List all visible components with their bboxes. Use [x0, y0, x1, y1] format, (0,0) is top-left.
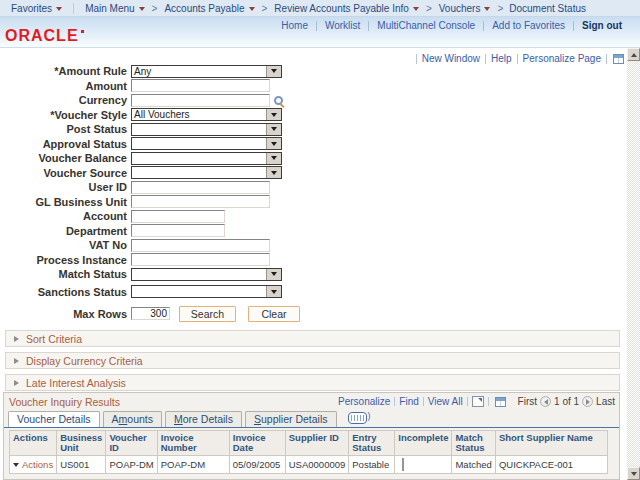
- lookup-magnifier-icon[interactable]: [272, 94, 285, 107]
- oracle-logo: ORACLE: [5, 29, 84, 43]
- search-button[interactable]: Search: [179, 306, 236, 322]
- chevron-down-icon: [413, 7, 419, 11]
- dropdown-arrow-icon[interactable]: [266, 66, 281, 77]
- max-rows-input[interactable]: [131, 307, 170, 320]
- voucher-inquiry-results: Voucher Inquiry Results Personalize Find…: [3, 392, 620, 480]
- voucher-style-select[interactable]: All Vouchers: [131, 108, 282, 121]
- dropdown-arrow-icon[interactable]: [266, 124, 281, 135]
- vat-no-input[interactable]: [131, 239, 270, 252]
- tab-supplier-details[interactable]: Supplier Details: [245, 411, 337, 427]
- next-row-icon[interactable]: [582, 396, 593, 407]
- process-instance-input[interactable]: [131, 253, 270, 266]
- dropdown-arrow-icon[interactable]: [266, 153, 281, 164]
- cell-invoice-number: POAP-DM: [157, 456, 229, 474]
- account-input[interactable]: [131, 210, 225, 223]
- match-status-label: Match Status: [0, 268, 131, 280]
- tab-more-details[interactable]: More Details: [165, 411, 242, 427]
- results-title: Voucher Inquiry Results: [9, 396, 120, 408]
- approval-status-select[interactable]: [131, 137, 282, 150]
- currency-label: Currency: [0, 94, 131, 106]
- breadcrumb-accounts-payable[interactable]: Accounts Payable: [159, 3, 259, 14]
- breadcrumb-separator: >: [262, 3, 268, 14]
- department-input[interactable]: [131, 224, 225, 237]
- view-all-link[interactable]: View All: [424, 396, 467, 407]
- zoom-popup-icon[interactable]: [472, 396, 484, 407]
- scroll-up-icon[interactable]: [627, 48, 640, 61]
- personalize-page-link[interactable]: Personalize Page: [518, 53, 606, 64]
- currency-input[interactable]: [131, 94, 270, 107]
- scroll-down-icon[interactable]: [627, 467, 640, 480]
- cell-supplier-id: USA0000009: [285, 456, 349, 474]
- search-form: *Amount Rule Any Amount Currency *Vouche…: [0, 64, 300, 322]
- download-grid-icon[interactable]: [495, 397, 506, 407]
- approval-status-label: Approval Status: [0, 138, 131, 150]
- page-links: New Window Help Personalize Page: [416, 53, 624, 64]
- pager: First 1 of 1 Last: [518, 396, 615, 407]
- sanctions-status-select[interactable]: [131, 285, 282, 298]
- divider: [467, 397, 468, 406]
- section-sort-criteria[interactable]: Sort Criteria: [5, 330, 620, 347]
- multichannel-console-link[interactable]: MultiChannel Console: [369, 20, 483, 31]
- add-to-favorites-link[interactable]: Add to Favorites: [484, 20, 573, 31]
- find-link[interactable]: Find: [395, 396, 422, 407]
- gl-business-unit-input[interactable]: [131, 195, 270, 208]
- voucher-source-select[interactable]: [131, 166, 282, 179]
- max-rows-label: Max Rows: [0, 308, 131, 320]
- home-link[interactable]: Home: [273, 20, 316, 31]
- amount-rule-select[interactable]: Any: [131, 65, 282, 78]
- pager-first-label: First: [518, 396, 537, 407]
- row-actions-menu[interactable]: Actions: [13, 459, 53, 470]
- cell-business-unit: US001: [57, 456, 106, 474]
- col-invoice-date: Invoice Date: [229, 431, 285, 456]
- vertical-scrollbar[interactable]: [627, 48, 640, 480]
- chevron-down-icon: [249, 7, 255, 11]
- clear-button[interactable]: Clear: [248, 306, 300, 322]
- divider: [0, 47, 640, 48]
- show-all-columns-icon[interactable]: [348, 412, 367, 424]
- user-id-input[interactable]: [131, 181, 270, 194]
- tab-amounts[interactable]: Amounts: [103, 411, 162, 427]
- new-window-link[interactable]: New Window: [417, 53, 485, 64]
- breadcrumb-current: Document Status: [505, 3, 590, 14]
- match-status-select[interactable]: [131, 268, 282, 281]
- chevron-down-icon: [56, 7, 62, 11]
- favorites-label: Favorites: [11, 3, 52, 14]
- dropdown-arrow-icon[interactable]: [266, 167, 281, 178]
- dropdown-arrow-icon[interactable]: [266, 269, 281, 280]
- main-menu-label: Main Menu: [85, 3, 134, 14]
- dropdown-arrow-icon[interactable]: [266, 109, 281, 120]
- gl-business-unit-label: GL Business Unit: [0, 196, 131, 208]
- col-voucher-id: Voucher ID: [106, 431, 157, 456]
- incomplete-checkbox: [402, 458, 404, 471]
- account-label: Account: [0, 210, 131, 222]
- section-display-currency-criteria[interactable]: Display Currency Criteria: [5, 352, 620, 369]
- voucher-balance-select[interactable]: [131, 152, 282, 165]
- sign-out-link[interactable]: Sign out: [574, 20, 630, 31]
- worklist-link[interactable]: Worklist: [317, 20, 368, 31]
- chevron-down-icon: [13, 463, 19, 467]
- main-menu[interactable]: Main Menu: [80, 3, 149, 14]
- breadcrumb-separator: >: [497, 3, 503, 14]
- header-links: Home Worklist MultiChannel Console Add t…: [273, 20, 630, 31]
- breadcrumb-vouchers[interactable]: Vouchers: [434, 3, 496, 14]
- dropdown-arrow-icon[interactable]: [266, 286, 281, 297]
- breadcrumb-review-ap-info[interactable]: Review Accounts Payable Info: [269, 3, 424, 14]
- breadcrumb: Favorites Main Menu > Accounts Payable >…: [0, 0, 640, 17]
- help-link[interactable]: Help: [486, 53, 517, 64]
- cell-match-status: Matched: [452, 456, 495, 474]
- amount-rule-label: *Amount Rule: [0, 65, 131, 77]
- section-late-interest-analysis[interactable]: Late Interest Analysis: [5, 374, 620, 391]
- results-table: Actions Business Unit Voucher ID Invoice…: [9, 430, 608, 474]
- dropdown-arrow-icon[interactable]: [266, 138, 281, 149]
- tab-voucher-details[interactable]: Voucher Details: [8, 411, 100, 427]
- col-actions: Actions: [10, 431, 57, 456]
- table-row: Actions US001 POAP-DM POAP-DM 05/09/2005…: [10, 456, 608, 474]
- post-status-select[interactable]: [131, 123, 282, 136]
- personalize-layout-icon[interactable]: [613, 54, 624, 64]
- amount-input[interactable]: [131, 79, 270, 92]
- previous-row-icon[interactable]: [540, 396, 551, 407]
- document-status-page: Favorites Main Menu > Accounts Payable >…: [0, 0, 640, 480]
- personalize-link[interactable]: Personalize: [334, 396, 394, 407]
- favorites-menu[interactable]: Favorites: [6, 3, 67, 14]
- oracle-trademark: [81, 30, 84, 33]
